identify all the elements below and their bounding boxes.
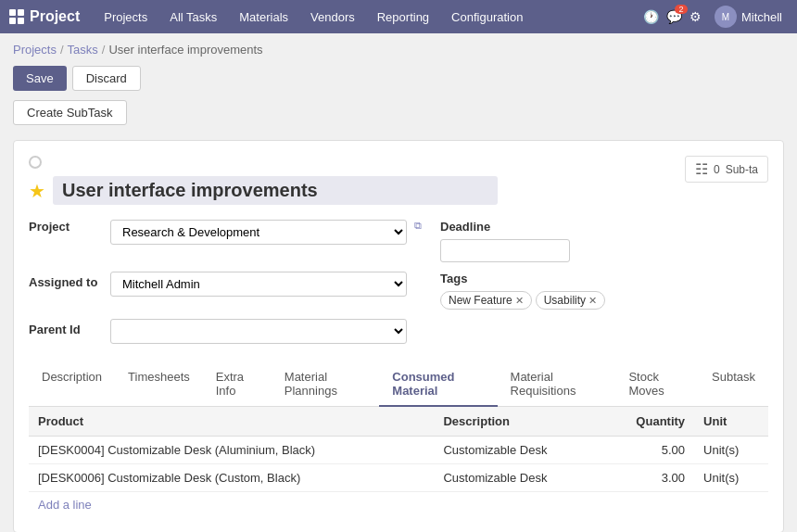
cell-description-2: Customizable Desk — [434, 464, 601, 492]
task-title-row: ★ — [29, 176, 685, 205]
deadline-link-icon-cell: ⧉ — [414, 220, 433, 232]
subtask-label: Sub-ta — [726, 163, 758, 176]
task-status-dot[interactable] — [29, 156, 42, 169]
menu-materials[interactable]: Materials — [230, 0, 297, 33]
col-product: Product — [29, 407, 434, 437]
breadcrumb: Projects / Tasks / User interface improv… — [0, 33, 797, 62]
notification-badge: 2 — [675, 5, 688, 14]
settings-icon[interactable]: ⚙ — [689, 9, 702, 24]
tag-new-feature-label: New Feature — [449, 294, 512, 307]
breadcrumb-current: User interface improvements — [108, 43, 262, 57]
cell-product-2: [DESK0006] Customizable Desk (Custom, Bl… — [29, 464, 434, 492]
app-logo[interactable]: Project — [9, 8, 80, 25]
grid-icon — [9, 9, 24, 24]
menu-all-tasks[interactable]: All Tasks — [160, 0, 226, 33]
tag-usability-label: Usability — [544, 294, 586, 307]
user-name: Mitchell — [741, 10, 782, 24]
table-row[interactable]: [DESK0006] Customizable Desk (Custom, Bl… — [29, 464, 768, 492]
project-label: Project — [29, 220, 103, 234]
tags-section: Tags New Feature ✕ Usability ✕ — [440, 272, 768, 310]
tag-new-feature-remove[interactable]: ✕ — [515, 295, 524, 307]
task-header: ★ ☷ 0 Sub-ta — [29, 156, 768, 205]
main-card: ★ ☷ 0 Sub-ta Project Research & Developm… — [13, 140, 784, 532]
add-line-button[interactable]: Add a line — [29, 492, 768, 517]
cell-quantity-1: 5.00 — [601, 437, 694, 464]
table-body: [DESK0004] Customizable Desk (Aluminium,… — [29, 437, 768, 492]
main-menu: Projects All Tasks Materials Vendors Rep… — [95, 0, 643, 33]
tab-material-requisitions[interactable]: Material Requisitions — [498, 362, 616, 407]
assigned-to-label: Assigned to — [29, 272, 103, 289]
external-link-icon[interactable]: ⧉ — [414, 220, 422, 232]
save-button[interactable]: Save — [13, 66, 67, 91]
tab-stock-moves[interactable]: Stock Moves — [615, 362, 699, 407]
tab-description[interactable]: Description — [29, 362, 115, 407]
discard-button[interactable]: Discard — [72, 66, 141, 91]
top-navigation: Project Projects All Tasks Materials Ven… — [0, 0, 797, 33]
deadline-label: Deadline — [440, 220, 490, 234]
col-description: Description — [434, 407, 601, 437]
sep2: / — [102, 43, 106, 57]
tab-material-plannings[interactable]: Material Plannings — [272, 362, 380, 407]
action-bar: Save Discard — [0, 62, 797, 100]
col-unit: Unit — [694, 407, 768, 437]
tabs-bar: Description Timesheets Extra Info Materi… — [29, 362, 768, 407]
tab-consumed-material[interactable]: Consumed Material — [379, 362, 497, 407]
sep1: / — [60, 43, 64, 57]
deadline-input[interactable] — [440, 239, 570, 262]
project-select[interactable]: Research & Development — [110, 220, 407, 245]
tab-timesheets[interactable]: Timesheets — [115, 362, 203, 407]
tags-label: Tags — [440, 272, 467, 285]
table-row[interactable]: [DESK0004] Customizable Desk (Aluminium,… — [29, 437, 768, 464]
tag-new-feature: New Feature ✕ — [440, 291, 532, 310]
tab-subtask[interactable]: Subtask — [699, 362, 768, 407]
subtask-bar: Create SubTask — [0, 100, 797, 140]
user-menu[interactable]: M Mitchell — [709, 0, 788, 33]
chat-icon[interactable]: 💬 2 — [666, 9, 682, 24]
tags-container: New Feature ✕ Usability ✕ — [440, 291, 768, 310]
col-quantity: Quantity — [601, 407, 694, 437]
deadline-section: Deadline — [440, 220, 768, 262]
create-subtask-button[interactable]: Create SubTask — [13, 100, 127, 125]
cell-quantity-2: 3.00 — [601, 464, 694, 492]
breadcrumb-projects[interactable]: Projects — [13, 43, 57, 57]
subtask-count: 0 — [714, 163, 720, 176]
breadcrumb-tasks[interactable]: Tasks — [68, 43, 98, 57]
table-header: Product Description Quantity Unit — [29, 407, 768, 437]
subtask-list-icon: ☷ — [695, 160, 708, 178]
cell-description-1: Customizable Desk — [434, 437, 601, 464]
menu-reporting[interactable]: Reporting — [368, 0, 438, 33]
assigned-to-select[interactable]: Mitchell Admin — [110, 272, 407, 297]
tag-usability: Usability ✕ — [536, 291, 605, 310]
parent-id-select[interactable] — [110, 319, 407, 344]
star-icon[interactable]: ★ — [29, 180, 45, 202]
subtask-counter[interactable]: ☷ 0 Sub-ta — [685, 156, 768, 183]
parent-id-label: Parent Id — [29, 319, 103, 336]
task-header-left: ★ — [29, 156, 685, 205]
nav-icons: 🕐 💬 2 ⚙ M Mitchell — [643, 0, 788, 33]
menu-vendors[interactable]: Vendors — [301, 0, 364, 33]
consumed-material-table: Product Description Quantity Unit [DESK0… — [29, 407, 768, 492]
menu-configuration[interactable]: Configuration — [442, 0, 532, 33]
tag-usability-remove[interactable]: ✕ — [588, 295, 597, 307]
cell-unit-2: Unit(s) — [694, 464, 768, 492]
tab-extra-info[interactable]: Extra Info — [203, 362, 272, 407]
clock-icon[interactable]: 🕐 — [643, 9, 659, 24]
menu-projects[interactable]: Projects — [95, 0, 157, 33]
cell-product-1: [DESK0004] Customizable Desk (Aluminium,… — [29, 437, 434, 464]
task-title-input[interactable] — [53, 176, 498, 205]
cell-unit-1: Unit(s) — [694, 437, 768, 464]
app-title: Project — [30, 8, 80, 25]
project-field-row: Research & Development — [110, 220, 407, 245]
avatar: M — [715, 6, 737, 28]
